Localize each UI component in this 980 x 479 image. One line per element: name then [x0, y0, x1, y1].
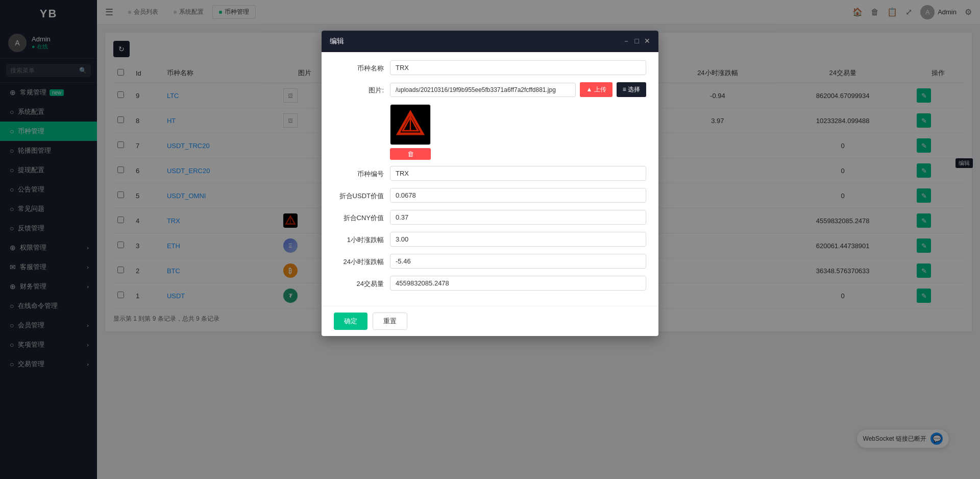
modal-header: 编辑 － □ ✕	[322, 31, 658, 52]
coin-name-row: 币种名称	[334, 60, 646, 75]
coin-code-label: 币种编号	[334, 166, 390, 179]
img-input-row: ▲ 上传 ≡ 选择	[390, 82, 646, 97]
h24-input[interactable]	[390, 254, 646, 269]
h24-label: 24小时涨跌幅	[334, 254, 390, 267]
img-label: 图片:	[334, 82, 390, 95]
usdt-label: 折合USDT价值	[334, 188, 390, 201]
preview-img	[390, 104, 431, 145]
vol24-input[interactable]	[390, 276, 646, 291]
img-row: 图片: ▲ 上传 ≡ 选择	[334, 82, 646, 97]
modal-footer: 确定 重置	[322, 306, 658, 336]
confirm-button[interactable]: 确定	[334, 313, 368, 330]
h1-row: 1小时涨跌幅	[334, 232, 646, 247]
usdt-row: 折合USDT价值	[334, 188, 646, 203]
modal-title: 编辑	[330, 37, 344, 46]
modal-header-actions: － □ ✕	[623, 37, 650, 46]
upload-button[interactable]: ▲ 上传	[580, 82, 612, 97]
h1-input[interactable]	[390, 232, 646, 247]
modal-close-button[interactable]: ✕	[644, 37, 650, 46]
usdt-input[interactable]	[390, 188, 646, 203]
vol24-label: 24交易量	[334, 276, 390, 289]
img-preview-section: 🗑	[390, 104, 646, 160]
select-button[interactable]: ≡ 选择	[617, 82, 646, 97]
img-path-input[interactable]	[390, 83, 576, 97]
coin-code-row: 币种编号	[334, 166, 646, 181]
delete-img-button[interactable]: 🗑	[390, 148, 431, 160]
cny-row: 折合CNY价值	[334, 210, 646, 225]
reset-button[interactable]: 重置	[373, 313, 407, 330]
h1-label: 1小时涨跌幅	[334, 232, 390, 245]
modal-maximize-button[interactable]: □	[635, 37, 639, 46]
modal-minimize-button[interactable]: －	[623, 37, 630, 46]
edit-modal: 编辑 － □ ✕ 币种名称 图片: ▲ 上传 ≡ 选择	[322, 31, 658, 336]
coin-name-input[interactable]	[390, 60, 646, 75]
cny-input[interactable]	[390, 210, 646, 225]
modal-overlay[interactable]: 编辑 － □ ✕ 币种名称 图片: ▲ 上传 ≡ 选择	[0, 0, 980, 479]
vol24-row: 24交易量	[334, 276, 646, 291]
cny-label: 折合CNY价值	[334, 210, 390, 223]
h24-row: 24小时涨跌幅	[334, 254, 646, 269]
coin-name-label: 币种名称	[334, 60, 390, 73]
trx-preview-svg	[395, 109, 426, 140]
coin-code-input[interactable]	[390, 166, 646, 181]
modal-body: 币种名称 图片: ▲ 上传 ≡ 选择	[322, 52, 658, 306]
preview-img-wrap: 🗑	[390, 104, 431, 160]
